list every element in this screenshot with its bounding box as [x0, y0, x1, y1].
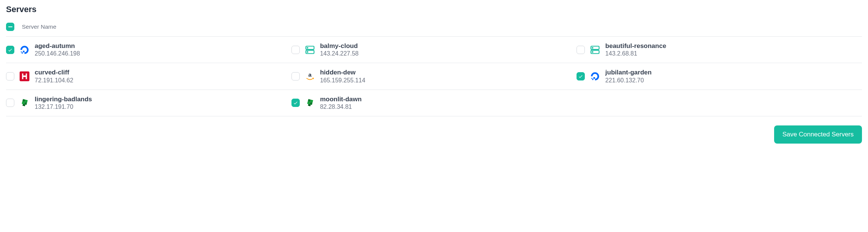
server-cell: a hidden-dew165.159.255.114 [291, 63, 577, 90]
server-checkbox[interactable] [291, 46, 300, 54]
server-icon [590, 45, 600, 55]
server-name: jubilant-garden [605, 68, 652, 76]
server-ip: 165.159.255.114 [320, 77, 365, 84]
save-connected-servers-button[interactable]: Save Connected Servers [774, 125, 862, 144]
server-info: balmy-cloud143.24.227.58 [320, 42, 359, 57]
server-ip: 82.28.34.81 [320, 103, 362, 111]
server-name: hidden-dew [320, 68, 365, 76]
server-checkbox[interactable] [6, 99, 14, 107]
hetzner-icon [20, 71, 29, 81]
server-cell: lingering-badlands132.17.191.70 [6, 90, 291, 116]
server-checkbox[interactable] [291, 72, 300, 80]
aws-icon: a [305, 71, 315, 81]
server-ip: 143.24.227.58 [320, 50, 359, 57]
server-ip: 143.2.68.81 [605, 50, 666, 57]
server-checkbox[interactable] [6, 46, 14, 54]
server-name: curved-cliff [35, 68, 73, 76]
server-checkbox[interactable] [6, 72, 14, 80]
svg-rect-0 [23, 51, 25, 52]
server-icon [305, 45, 315, 55]
server-cell: curved-cliff72.191.104.62 [6, 63, 291, 90]
server-checkbox[interactable] [291, 99, 300, 107]
svg-point-5 [307, 47, 308, 48]
svg-point-6 [307, 51, 308, 52]
server-cell: aged-autumn250.146.246.198 [6, 37, 291, 63]
digitalocean-icon [20, 45, 29, 55]
svg-rect-14 [592, 79, 593, 80]
server-info: curved-cliff72.191.104.62 [35, 68, 73, 84]
server-checkbox[interactable] [577, 46, 585, 54]
svg-rect-1 [21, 52, 23, 53]
server-name: beautiful-resonance [605, 42, 666, 50]
digitalocean-icon [590, 71, 600, 81]
server-name: aged-autumn [35, 42, 80, 50]
server-cell: jubilant-garden221.60.132.70 [577, 63, 862, 90]
svg-text:a: a [308, 71, 311, 78]
svg-point-9 [592, 47, 593, 48]
server-info: aged-autumn250.146.246.198 [35, 42, 80, 57]
server-ip: 72.191.104.62 [35, 77, 73, 84]
server-checkbox[interactable] [577, 72, 585, 80]
server-info: moonlit-dawn82.28.34.81 [320, 95, 362, 111]
page-title: Servers [6, 5, 862, 14]
column-header-name: Server Name [22, 23, 56, 30]
server-cell: beautiful-resonance143.2.68.81 [577, 37, 862, 63]
server-cell: moonlit-dawn82.28.34.81 [291, 90, 577, 116]
table-header: Server Name [6, 23, 862, 37]
custom-provider-icon [20, 98, 29, 108]
server-ip: 250.146.246.198 [35, 50, 80, 57]
server-info: lingering-badlands132.17.191.70 [35, 95, 92, 111]
server-ip: 221.60.132.70 [605, 77, 652, 84]
svg-point-10 [592, 51, 593, 52]
server-name: lingering-badlands [35, 95, 92, 103]
server-ip: 132.17.191.70 [35, 103, 92, 111]
select-all-checkbox[interactable] [6, 23, 14, 31]
server-info: jubilant-garden221.60.132.70 [605, 68, 652, 84]
custom-provider-icon [305, 98, 315, 108]
server-name: moonlit-dawn [320, 95, 362, 103]
server-info: hidden-dew165.159.255.114 [320, 68, 365, 84]
server-info: beautiful-resonance143.2.68.81 [605, 42, 666, 57]
svg-rect-15 [592, 78, 592, 79]
server-cell: balmy-cloud143.24.227.58 [291, 37, 577, 63]
server-name: balmy-cloud [320, 42, 359, 50]
svg-rect-13 [593, 77, 595, 79]
svg-rect-2 [21, 51, 21, 52]
